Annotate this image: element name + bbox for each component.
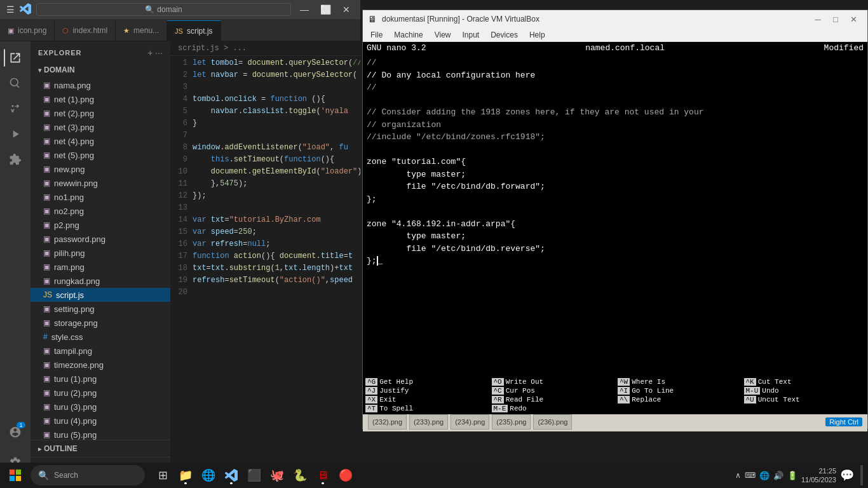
- list-item[interactable]: ▣ setting.png: [31, 302, 170, 316]
- menu-devices[interactable]: Devices: [485, 29, 523, 41]
- list-item-script-js[interactable]: JS script.js: [31, 288, 170, 302]
- shortcut-key: ^C: [492, 387, 504, 395]
- taskbar-icon-git[interactable]: 🐙: [267, 465, 287, 485]
- list-item[interactable]: ▣ net (4).png: [31, 134, 170, 148]
- editor-tabs: ▣ icon.png ⬡ index.html ★ menu... JS scr…: [0, 19, 360, 41]
- list-item[interactable]: ▣ no2.png: [31, 204, 170, 218]
- tray-volume-icon[interactable]: 🔊: [773, 471, 783, 480]
- list-item[interactable]: ▣ net (2).png: [31, 106, 170, 120]
- activity-source-control[interactable]: [4, 97, 27, 120]
- new-file-button[interactable]: +: [147, 48, 153, 58]
- section-header-outline[interactable]: ▸ OUTLINE: [31, 443, 170, 454]
- title-search[interactable]: 🔍 domain: [36, 3, 291, 16]
- list-item[interactable]: ▣ no1.png: [31, 190, 170, 204]
- list-item[interactable]: ▣ turu (2).png: [31, 386, 170, 400]
- close-button[interactable]: ✕: [339, 4, 354, 15]
- list-item[interactable]: ▣ newwin.png: [31, 176, 170, 190]
- taskbar-icon-python[interactable]: 🐍: [290, 465, 310, 485]
- list-item[interactable]: ▣ net (5).png: [31, 148, 170, 162]
- taskbar-icon-terminal[interactable]: ⬛: [244, 465, 264, 485]
- list-item[interactable]: ▣ rungkad.png: [31, 274, 170, 288]
- list-item[interactable]: ▣ turu (5).png: [31, 428, 170, 440]
- tray-network-icon[interactable]: 🌐: [759, 471, 770, 480]
- list-item[interactable]: ▣ new.png: [31, 162, 170, 176]
- vbox-minimize-button[interactable]: ─: [809, 10, 827, 28]
- menu-view[interactable]: View: [430, 29, 456, 41]
- list-item[interactable]: ▣ timezone.png: [31, 358, 170, 372]
- show-desktop-button[interactable]: [860, 465, 863, 485]
- right-ctrl-badge: Right Ctrl: [825, 417, 862, 426]
- svg-rect-3: [10, 470, 15, 475]
- thumb-label: (233).png: [414, 418, 444, 426]
- thumb-item[interactable]: (235).png: [492, 414, 531, 430]
- list-item[interactable]: ▣ turu (3).png: [31, 400, 170, 414]
- list-item[interactable]: ▣ password.png: [31, 232, 170, 246]
- activity-account[interactable]: 1: [4, 421, 27, 444]
- taskbar-icon-widgets[interactable]: ⊞: [153, 465, 173, 485]
- vbox-titlebar: 🖥 dokumentasi [Running] - Oracle VM Virt…: [363, 10, 867, 28]
- tab-icon: ⬡: [62, 27, 69, 35]
- menu-file[interactable]: File: [365, 29, 388, 41]
- file-name: password.png: [54, 234, 105, 244]
- vbox-maximize-button[interactable]: □: [827, 10, 844, 28]
- activity-search[interactable]: [4, 72, 27, 95]
- list-item[interactable]: ▣ net (3).png: [31, 120, 170, 134]
- tray-chevron-icon[interactable]: ∧: [735, 471, 741, 480]
- code-line: let navbar = document.querySelector(: [193, 69, 360, 81]
- system-clock[interactable]: 21:25 11/05/2023: [801, 466, 836, 485]
- list-item[interactable]: ▣ ram.png: [31, 260, 170, 274]
- menu-machine[interactable]: Machine: [389, 29, 428, 41]
- activity-extensions[interactable]: [4, 148, 27, 171]
- tray-battery-icon[interactable]: 🔋: [787, 471, 797, 480]
- shortcut-desc: Go To Line: [632, 387, 674, 395]
- section-header-domain[interactable]: ▾ DOMAIN: [31, 64, 170, 76]
- menu-icon[interactable]: ☰: [6, 4, 15, 15]
- code-line: });: [193, 190, 360, 202]
- minimize-button[interactable]: —: [296, 4, 313, 15]
- code-area[interactable]: let tombol= document.querySelector(// le…: [193, 56, 360, 473]
- taskbar-search[interactable]: 🔍 Search: [31, 465, 145, 485]
- file-name: setting.png: [54, 304, 95, 314]
- taskbar-icon-edge[interactable]: 🌐: [198, 465, 219, 485]
- file-name: nama.png: [54, 81, 91, 90]
- list-item[interactable]: ▣ turu (1).png: [31, 372, 170, 386]
- taskbar-icon-vscode[interactable]: [221, 465, 241, 485]
- thumb-item[interactable]: (233).png: [409, 414, 448, 430]
- thumb-item[interactable]: (234).png: [451, 414, 489, 430]
- file-icon: ▣: [43, 402, 50, 411]
- thumb-item[interactable]: (236).png: [533, 414, 572, 430]
- menu-help[interactable]: Help: [524, 29, 550, 41]
- tray-keyboard-icon[interactable]: ⌨: [745, 471, 756, 480]
- tab-icon: ▣: [8, 27, 14, 35]
- tab-menu[interactable]: ★ menu...: [116, 20, 167, 41]
- taskbar-icon-virtualbox[interactable]: 🖥: [313, 465, 333, 485]
- tab-script-js[interactable]: JS script.js: [167, 20, 221, 41]
- thumb-item[interactable]: (232).png: [368, 414, 407, 430]
- maximize-button[interactable]: ⬜: [316, 4, 335, 15]
- file-name: storage.png: [54, 318, 98, 328]
- list-item[interactable]: ▣ nama.png: [31, 78, 170, 92]
- notification-icon[interactable]: 💬: [840, 468, 854, 482]
- list-item[interactable]: ▣ pilih.png: [31, 246, 170, 260]
- list-item[interactable]: ▣ storage.png: [31, 316, 170, 330]
- activity-run[interactable]: [4, 123, 27, 146]
- code-editor[interactable]: script.js > ... 12345 678910 1112131415 …: [170, 41, 360, 474]
- shortcut-key: ^U: [744, 396, 756, 403]
- list-item[interactable]: # style.css: [31, 330, 170, 344]
- breadcrumb: script.js > ...: [170, 41, 360, 56]
- tab-icon-png[interactable]: ▣ icon.png: [0, 20, 55, 41]
- more-options-button[interactable]: ···: [155, 48, 163, 58]
- taskbar-icon-explorer[interactable]: 📁: [175, 465, 196, 485]
- list-item[interactable]: ▣ net (1).png: [31, 92, 170, 106]
- activity-explorer[interactable]: [4, 46, 27, 69]
- vbox-menubar: File Machine View Input Devices Help: [363, 28, 867, 42]
- taskbar-icon-app1[interactable]: 🔴: [336, 465, 356, 485]
- vbox-close-button[interactable]: ✕: [844, 10, 862, 28]
- tab-index-html[interactable]: ⬡ index.html: [55, 20, 116, 41]
- file-name: net (3).png: [54, 123, 94, 132]
- list-item[interactable]: ▣ turu (4).png: [31, 414, 170, 428]
- start-button[interactable]: [5, 465, 25, 485]
- menu-input[interactable]: Input: [458, 29, 485, 41]
- list-item[interactable]: ▣ tampil.png: [31, 344, 170, 358]
- list-item[interactable]: ▣ p2.png: [31, 218, 170, 232]
